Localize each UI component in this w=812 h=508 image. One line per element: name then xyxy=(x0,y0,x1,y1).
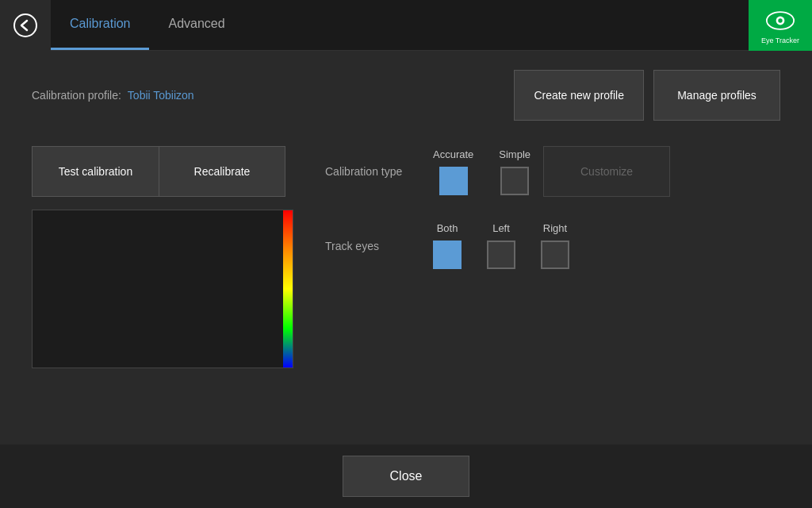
svg-point-0 xyxy=(14,14,36,37)
left-label: Left xyxy=(492,222,510,234)
heatmap-container xyxy=(32,210,293,368)
tab-calibration[interactable]: Calibration xyxy=(51,0,149,50)
eye-tracker-logo: Eye Tracker xyxy=(749,0,812,51)
calibration-type-options: Accurate Simple xyxy=(433,148,530,195)
manage-profiles-button[interactable]: Manage profiles xyxy=(653,70,780,121)
simple-option: Simple xyxy=(499,148,530,195)
left-option: Left xyxy=(487,222,515,269)
close-button[interactable]: Close xyxy=(343,456,469,497)
left-radio[interactable] xyxy=(487,241,515,269)
action-buttons: Test calibration Recalibrate xyxy=(32,146,293,197)
customize-button[interactable]: Customize xyxy=(543,146,670,197)
back-button[interactable] xyxy=(0,0,51,51)
accurate-label: Accurate xyxy=(433,148,473,160)
calibration-type-label: Calibration type xyxy=(325,165,420,178)
header: Calibration Advanced Eye Tracker xyxy=(0,0,812,51)
both-option: Both xyxy=(433,222,462,269)
both-label: Both xyxy=(437,222,458,234)
both-radio[interactable] xyxy=(433,241,462,269)
left-column: Test calibration Recalibrate xyxy=(32,146,293,368)
heatmap-color-bar xyxy=(283,210,293,368)
profile-buttons: Create new profile Manage profiles xyxy=(514,70,780,121)
main-content: Calibration profile: Tobii Tobiizon Crea… xyxy=(0,51,812,387)
right-option: Right xyxy=(541,222,569,269)
right-label: Right xyxy=(543,222,567,234)
profile-label: Calibration profile: xyxy=(32,89,121,102)
right-radio[interactable] xyxy=(541,241,569,269)
simple-radio[interactable] xyxy=(500,167,529,195)
track-eyes-row: Track eyes Both Left Right xyxy=(325,222,780,269)
track-eyes-options: Both Left Right xyxy=(433,222,569,269)
track-eyes-label: Track eyes xyxy=(325,240,420,252)
profile-row: Calibration profile: Tobii Tobiizon Crea… xyxy=(32,70,780,121)
right-column: Calibration type Accurate Simple Customi… xyxy=(325,146,780,368)
create-new-profile-button[interactable]: Create new profile xyxy=(514,70,644,121)
eye-tracker-label: Eye Tracker xyxy=(761,37,799,44)
svg-point-3 xyxy=(778,18,782,22)
tab-bar: Calibration Advanced xyxy=(51,0,749,50)
accurate-radio[interactable] xyxy=(439,167,468,195)
profile-name: Tobii Tobiizon xyxy=(128,89,515,102)
simple-label: Simple xyxy=(499,148,530,160)
footer: Close xyxy=(0,444,812,508)
heatmap-canvas xyxy=(33,210,283,368)
controls-area: Test calibration Recalibrate Calibration… xyxy=(32,146,780,368)
tab-advanced[interactable]: Advanced xyxy=(149,0,243,50)
calibration-type-row: Calibration type Accurate Simple Customi… xyxy=(325,146,780,197)
recalibrate-button[interactable]: Recalibrate xyxy=(159,146,285,197)
accurate-option: Accurate xyxy=(433,148,473,195)
test-calibration-button[interactable]: Test calibration xyxy=(32,146,159,197)
